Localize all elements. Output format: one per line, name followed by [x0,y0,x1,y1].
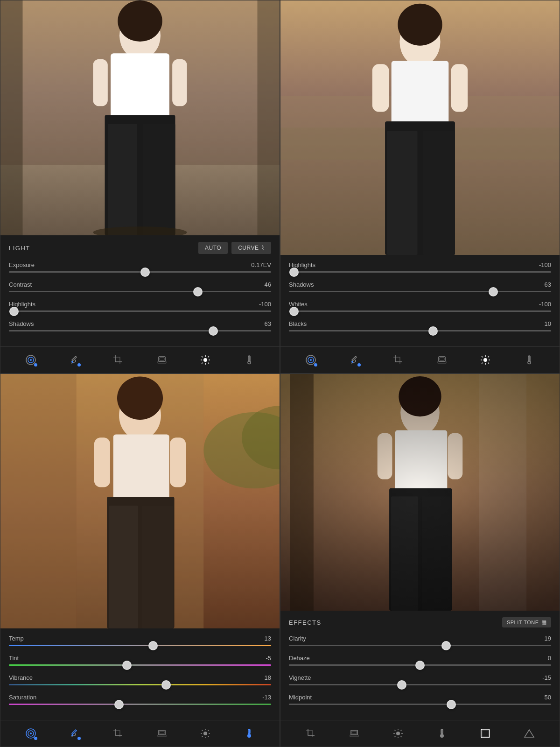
toolbar-icon-crop-2[interactable] [390,352,406,368]
vibrance-thumb[interactable] [161,680,171,690]
svg-line-29 [202,363,203,364]
highlights-thumb-2[interactable] [289,268,299,277]
tint-value: -5 [266,655,271,662]
svg-marker-121 [525,730,534,737]
svg-rect-50 [438,361,446,363]
panel-bottom-left: Temp 13 Tint -5 Vibrance 18 [0,374,280,747]
exposure-label-row: Exposure 0.17EV [9,261,271,268]
highlights-track[interactable] [9,310,271,312]
photo-area-1 [0,0,280,235]
photo-svg-2 [280,0,560,255]
exposure-slider-row: Exposure 0.17EV [9,261,271,273]
exposure-track[interactable] [9,271,271,273]
split-tone-icon: ▦ [541,619,547,626]
toolbar-icon-adjust-3[interactable] [22,725,39,742]
whites-thumb[interactable] [289,307,299,316]
clarity-thumb[interactable] [441,641,451,650]
toolbar-icon-layers-4[interactable] [346,725,363,742]
toolbar-icon-brush-3[interactable] [66,725,83,742]
midpoint-thumb[interactable] [447,700,456,709]
vignette-track[interactable] [289,684,551,685]
svg-point-117 [440,734,444,738]
crop-icon-2 [392,354,404,366]
shadows-track-2[interactable] [289,291,551,292]
blacks-track[interactable] [289,330,551,331]
exposure-thumb[interactable] [140,268,150,277]
toolbar-icon-thermo-1[interactable] [241,352,258,368]
shadows-track[interactable] [9,330,271,331]
svg-point-46 [310,359,312,361]
toolbar-icon-light-2[interactable] [477,352,494,368]
toolbar-icon-brush-2[interactable] [346,352,363,368]
vignette-label-row: Vignette -15 [289,674,551,681]
toolbar-icon-layers-2[interactable] [434,352,450,368]
dehaze-value: 0 [548,655,551,662]
toolbar-icon-adjust-2[interactable] [302,352,319,368]
toolbar-icon-vignette-4[interactable] [477,725,494,742]
highlights-thumb[interactable] [9,307,19,316]
toolbar-icon-adjust-1[interactable] [22,352,39,368]
toolbar-icon-light-4[interactable] [390,725,406,742]
svg-point-108 [396,732,400,735]
curve-icon: ⌇ [261,244,265,252]
shadows-label: Shadows [9,320,34,327]
tint-label: Tint [9,655,19,662]
blacks-label-row: Blacks 10 [289,320,551,327]
tint-slider-row: Tint -5 [9,655,271,666]
photo-scene-4 [280,374,560,611]
temp-thumb[interactable] [148,641,158,650]
layers-icon-1 [156,354,168,366]
toolbar-icon-thermo-4[interactable] [434,725,450,742]
contrast-thumb[interactable] [193,287,203,296]
toolbar-icon-light-1[interactable] [197,352,214,368]
toolbar-icon-crop-4[interactable] [302,725,319,742]
blacks-thumb[interactable] [428,326,438,336]
auto-button[interactable]: AUTO [198,242,228,254]
toolbar-icon-crop-3[interactable] [110,725,126,742]
svg-line-27 [208,363,209,364]
tint-label-row: Tint -5 [9,655,271,662]
split-tone-button[interactable]: SPLIT TONE ▦ [502,617,551,627]
saturation-track[interactable] [9,704,271,705]
whites-track[interactable] [289,310,551,312]
light-icon-3 [200,728,211,739]
toolbar-icon-triangle-4[interactable] [521,725,538,742]
midpoint-track[interactable] [289,704,551,705]
toolbar-icon-layers-1[interactable] [154,352,170,368]
shadows-slider-row: Shadows 63 [9,320,271,331]
tint-track[interactable] [9,664,271,666]
toolbar-icon-thermo-3[interactable] [241,725,258,742]
tint-thumb[interactable] [122,661,132,670]
temp-track[interactable] [9,645,271,646]
toolbar-icon-thermo-2[interactable] [521,352,538,368]
clarity-track[interactable] [289,645,551,646]
shadows-thumb-2[interactable] [489,287,498,296]
controls-area-4: EFFECTS SPLIT TONE ▦ Clarity 19 Dehaze 0 [280,611,560,720]
photo-area-2 [280,0,560,255]
saturation-slider-row: Saturation -13 [9,694,271,705]
light-icon-4 [392,728,404,739]
midpoint-label-row: Midpoint 50 [289,694,551,701]
svg-line-58 [488,356,489,357]
svg-rect-120 [482,730,489,737]
vignette-thumb[interactable] [397,680,406,690]
svg-point-78 [71,734,73,736]
saturation-thumb[interactable] [114,700,124,709]
highlights-track-2[interactable] [289,271,551,273]
toolbar-4 [280,720,560,747]
toolbar-icon-light-3[interactable] [197,725,214,742]
dehaze-thumb[interactable] [415,661,425,670]
dehaze-track[interactable] [289,664,551,666]
toolbar-icon-layers-3[interactable] [154,725,170,742]
vibrance-track[interactable] [9,684,271,685]
clarity-label: Clarity [289,635,306,642]
highlights-slider-row: Highlights -100 [9,301,271,312]
svg-line-115 [401,730,402,731]
toolbar-icon-brush-1[interactable] [66,352,83,368]
temp-slider-row: Temp 13 [9,635,271,646]
curve-button[interactable]: CURVE ⌇ [231,242,271,254]
toolbar-icon-crop-1[interactable] [110,352,126,368]
photo-area-3 [0,374,280,628]
shadows-thumb[interactable] [209,326,218,336]
contrast-track[interactable] [9,291,271,292]
